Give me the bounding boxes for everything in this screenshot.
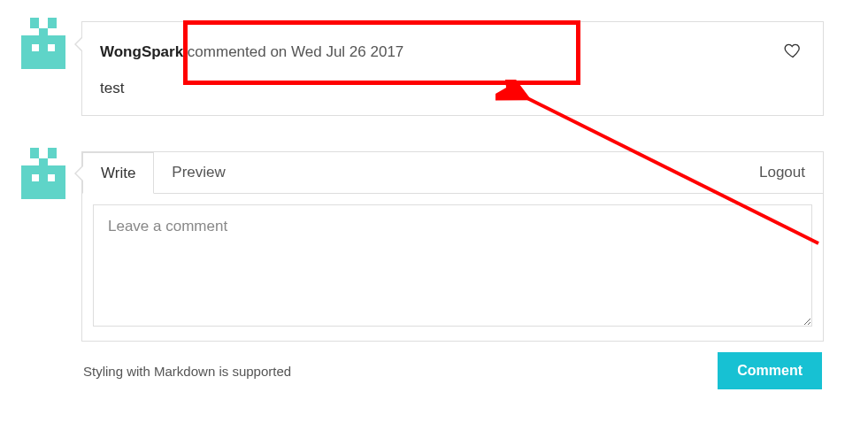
avatar: [21, 25, 65, 69]
comment-body: test: [82, 73, 823, 115]
comment-date: Wed Jul 26 2017: [291, 43, 403, 60]
comment-input[interactable]: [93, 204, 812, 327]
editor-tabs: Write Preview Logout: [82, 151, 823, 194]
heart-icon: [784, 49, 802, 62]
submit-comment-button[interactable]: Comment: [718, 352, 822, 389]
avatar: [21, 155, 65, 199]
editor-card: Write Preview Logout: [81, 151, 824, 342]
logout-button[interactable]: Logout: [741, 152, 823, 193]
comment-author[interactable]: WongSpark: [100, 43, 183, 60]
comment-meta-prefix: commented on: [183, 43, 291, 60]
like-button[interactable]: [780, 38, 805, 65]
comment-meta: WongSpark commented on Wed Jul 26 2017: [100, 43, 403, 61]
tab-preview[interactable]: Preview: [154, 152, 242, 193]
tab-write[interactable]: Write: [82, 152, 154, 194]
comment-card: WongSpark commented on Wed Jul 26 2017 t…: [81, 21, 824, 116]
markdown-hint[interactable]: Styling with Markdown is supported: [83, 364, 291, 379]
